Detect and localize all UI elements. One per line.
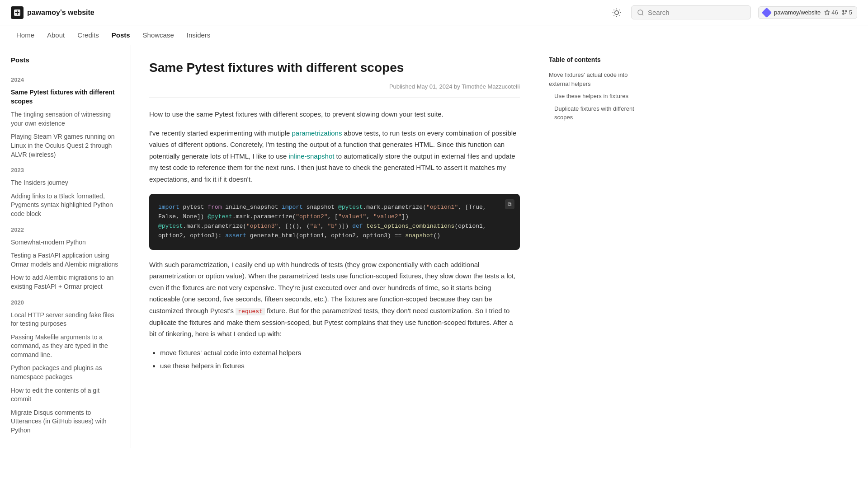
nav-about[interactable]: About [42, 28, 70, 42]
nav-credits[interactable]: Credits [72, 28, 104, 42]
article-main: Same Pytest fixtures with different scop… [131, 45, 538, 448]
svg-line-8 [613, 15, 614, 15]
theme-toggle-button[interactable] [609, 5, 624, 20]
sidebar-item-adding-links[interactable]: Adding links to a Black formatted, Pygme… [0, 190, 131, 221]
nav-showcase[interactable]: Showcase [137, 28, 179, 42]
article-title: Same Pytest fixtures with different scop… [149, 60, 520, 76]
code-block: ⧉ import pytest from inline_snapshot imp… [149, 194, 520, 249]
article-meta: Published May 01, 2024 by Timothée Mazzu… [149, 83, 520, 98]
sidebar-item-modern-python[interactable]: Somewhat-modern Python [0, 236, 131, 249]
repo-stars: 46 [824, 9, 838, 16]
sidebar-item-tingling[interactable]: The tingling sensation of witnessing you… [0, 108, 131, 130]
article-para2: With such parametrization, I easily end … [149, 259, 520, 340]
sidebar-year-2023: 2023 [0, 161, 131, 176]
svg-point-1 [615, 10, 618, 14]
site-logo[interactable]: pawamoy's website [11, 6, 94, 19]
nav-posts[interactable]: Posts [106, 28, 136, 42]
header: pawamoy's website pawamoy/website 46 5 [0, 0, 868, 25]
main-nav: Home About Credits Posts Showcase Inside… [0, 25, 868, 45]
toc-title: Table of contents [549, 56, 645, 63]
toc-item-1[interactable]: Move fixtures' actual code into external… [549, 69, 645, 90]
repo-link[interactable]: pawamoy/website 46 5 [758, 6, 857, 19]
sidebar-item-insiders-journey[interactable]: The Insiders journey [0, 176, 131, 190]
svg-marker-12 [825, 10, 830, 14]
repo-icon [762, 7, 772, 18]
sidebar-year-2022: 2022 [0, 221, 131, 236]
table-of-contents: Table of contents Move fixtures' actual … [538, 45, 656, 448]
sidebar-item-local-http[interactable]: Local HTTP server sending fake files for… [0, 309, 131, 331]
summary-item-1: move fixtures' actual code into external… [160, 347, 520, 359]
repo-stats: 46 5 [824, 9, 852, 16]
sidebar-year-2020: 2020 [0, 294, 131, 309]
search-input[interactable] [648, 9, 745, 16]
svg-line-9 [619, 9, 619, 10]
nav-insiders[interactable]: Insiders [181, 28, 216, 42]
sidebar-item-git-commit[interactable]: How to edit the contents of a git commit [0, 384, 131, 406]
toc-item-3[interactable]: Duplicate fixtures with different scopes [549, 103, 645, 124]
svg-line-4 [613, 9, 614, 10]
sidebar-item-same-pytest[interactable]: Same Pytest fixtures with different scop… [0, 86, 131, 108]
article-body: How to use the same Pytest fixtures with… [149, 108, 520, 371]
nav-home[interactable]: Home [11, 28, 40, 42]
svg-point-14 [845, 10, 847, 12]
search-icon [637, 9, 644, 16]
code-content: import pytest from inline_snapshot impor… [158, 203, 511, 240]
svg-point-15 [842, 13, 844, 14]
parametrizations-link[interactable]: parametrizations [292, 129, 342, 137]
site-title: pawamoy's website [27, 9, 94, 17]
svg-line-11 [642, 14, 643, 15]
logo-icon [11, 6, 24, 19]
sidebar-item-disqus[interactable]: Migrate Disqus comments to Utterances (i… [0, 406, 131, 437]
repo-label: pawamoy/website [774, 9, 821, 16]
sidebar: Posts 2024 Same Pytest fixtures with dif… [0, 45, 131, 448]
article-para1: I've recently started experimenting with… [149, 127, 520, 185]
sidebar-year-2024: 2024 [0, 71, 131, 86]
sidebar-item-python-packages[interactable]: Python packages and plugins as namespace… [0, 361, 131, 384]
request-inline-code: request [236, 308, 265, 315]
copy-code-button[interactable]: ⧉ [505, 199, 514, 209]
svg-line-5 [619, 15, 619, 15]
sidebar-title: Posts [0, 56, 131, 71]
sidebar-item-alembic-migrations[interactable]: How to add Alembic migrations to an exis… [0, 271, 131, 293]
summary-list: move fixtures' actual code into external… [160, 347, 520, 372]
svg-point-10 [638, 10, 643, 15]
sidebar-item-fastapi-testing[interactable]: Testing a FastAPI application using Orma… [0, 249, 131, 271]
sidebar-item-makefile[interactable]: Passing Makefile arguments to a command,… [0, 331, 131, 362]
article-intro: How to use the same Pytest fixtures with… [149, 108, 520, 120]
sidebar-item-steam-vr[interactable]: Playing Steam VR games running on Linux … [0, 130, 131, 161]
search-bar[interactable] [631, 5, 751, 19]
page-layout: Posts 2024 Same Pytest fixtures with dif… [0, 45, 868, 448]
summary-item-2: use these helpers in fixtures [160, 360, 520, 372]
repo-forks: 5 [842, 9, 852, 16]
toc-item-2[interactable]: Use these helpers in fixtures [549, 90, 645, 103]
inline-snapshot-link[interactable]: inline-snapshot [289, 152, 335, 160]
